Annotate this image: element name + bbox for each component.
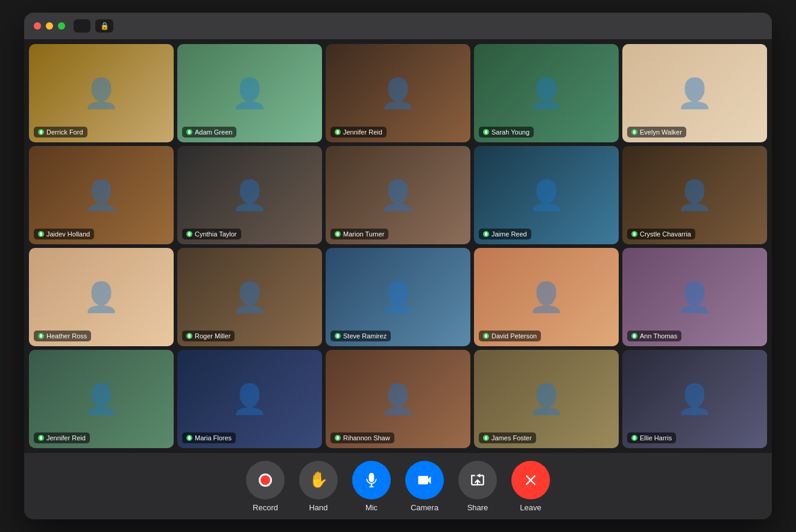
participant-cell[interactable]: Marion Turner [326,146,470,244]
meeting-window: 🔒 Derrick Ford Adam Green [24,13,772,519]
participant-name: Steve Ramirez [343,332,387,340]
participant-name: Jaidev Holland [46,230,90,238]
minimize-button[interactable] [46,22,53,30]
participant-cell[interactable]: Jennifer Reid [326,44,470,142]
share-button[interactable]: Share [458,461,497,512]
mic-indicator [186,231,192,237]
participant-name: James Foster [491,434,532,442]
participant-name-tag: Jennifer Reid [330,127,387,138]
close-button[interactable] [34,22,41,30]
hand-icon-bg: ✋ [299,461,338,499]
mic-icon [364,472,379,488]
camera-icon [416,472,433,489]
participant-name-tag: Evelyn Walker [627,127,686,138]
share-label: Share [467,503,488,512]
participant-cell[interactable]: Jaidev Holland [29,146,174,244]
participant-name-tag: Jennifer Reid [34,432,90,443]
camera-icon-bg [405,461,444,499]
participant-name-tag: Ellie Harris [627,432,676,443]
participant-cell[interactable]: Crystle Chavarria [622,146,767,244]
participant-name: Rihannon Shaw [343,434,390,442]
mic-button[interactable]: Mic [352,461,391,512]
grid-row-4: Jennifer Reid Maria Flores Rihannon Shaw [29,350,767,448]
mic-indicator [335,129,341,135]
participant-cell[interactable]: Derrick Ford [29,44,174,142]
participant-name: Jaime Reed [491,230,527,238]
record-icon-bg [246,461,285,499]
mic-indicator [186,435,192,441]
mic-indicator [335,231,341,237]
share-icon [470,472,485,488]
participant-name: Jennifer Reid [343,128,382,136]
record-icon [259,473,272,487]
participant-cell[interactable]: Maria Flores [177,350,322,448]
participant-cell[interactable]: Ann Thomas [622,248,767,346]
participant-name: Cynthia Taylor [195,230,237,238]
mic-indicator [335,333,341,339]
mic-label: Mic [365,503,377,512]
participant-cell[interactable]: James Foster [474,350,619,448]
participant-name-tag: Marion Turner [330,229,388,239]
participant-name-tag: Jaime Reed [479,229,531,239]
participant-name-tag: Sarah Young [479,127,534,138]
participant-name: Derrick Ford [46,128,83,136]
participant-name: Ellie Harris [640,434,672,442]
participant-cell[interactable]: Roger Miller [177,248,322,346]
participant-name-tag: David Peterson [479,331,541,341]
participant-name: David Peterson [491,332,537,340]
mic-indicator [631,129,637,135]
participant-name: Ann Thomas [640,332,677,340]
participant-cell[interactable]: Jennifer Reid [29,350,174,448]
participant-name-tag: Derrick Ford [34,127,87,138]
camera-button[interactable]: Camera [405,461,444,512]
mic-indicator [186,129,192,135]
record-label: Record [253,503,278,512]
lock-icon: 🔒 [95,19,113,33]
participant-cell[interactable]: David Peterson [474,248,619,346]
participant-name: Evelyn Walker [640,128,682,136]
mic-icon-bg [352,461,391,499]
video-grid: Derrick Ford Adam Green Jennifer Reid [24,39,772,453]
title-bar: 🔒 [24,13,772,39]
participant-name: Marion Turner [343,230,384,238]
participant-name-tag: Steve Ramirez [330,331,391,341]
participant-cell[interactable]: Heather Ross [29,248,174,346]
grid-row-2: Jaidev Holland Cynthia Taylor Marion Tur… [29,146,767,244]
participant-cell[interactable]: Steve Ramirez [326,248,470,346]
record-button[interactable]: Record [246,461,285,512]
mic-indicator [38,435,44,441]
participant-name: Crystle Chavarria [640,230,691,238]
participant-cell[interactable]: Evelyn Walker [622,44,767,142]
hand-button[interactable]: ✋ Hand [299,461,338,512]
mic-indicator [631,435,637,441]
participant-cell[interactable]: Cynthia Taylor [177,146,322,244]
participant-name-tag: Roger Miller [182,331,235,341]
leave-button[interactable]: Leave [511,461,550,512]
participant-name: Sarah Young [491,128,529,136]
mic-indicator [483,435,489,441]
mic-indicator [483,231,489,237]
participant-cell[interactable]: Ellie Harris [622,350,767,448]
participant-cell[interactable]: Jaime Reed [474,146,619,244]
participant-name-tag: Rihannon Shaw [330,432,394,443]
mic-indicator [483,129,489,135]
mic-indicator [186,333,192,339]
mic-indicator [38,231,44,237]
maximize-button[interactable] [58,22,65,30]
participant-name-tag: Heather Ross [34,331,91,341]
participant-name-tag: James Foster [479,432,536,443]
participant-name: Heather Ross [46,332,87,340]
participant-name: Adam Green [195,128,232,136]
participant-cell[interactable]: Rihannon Shaw [326,350,470,448]
participant-name-tag: Adam Green [182,127,236,138]
leave-icon-bg [511,461,550,499]
participant-name-tag: Crystle Chavarria [627,229,695,239]
mic-indicator [38,333,44,339]
toolbar: Record ✋ Hand Mic Camera [24,453,772,519]
participant-cell[interactable]: Adam Green [177,44,322,142]
participant-name: Jennifer Reid [46,434,86,442]
leave-label: Leave [520,503,541,512]
participant-cell[interactable]: Sarah Young [474,44,619,142]
mic-indicator [483,333,489,339]
participant-name-tag: Cynthia Taylor [182,229,241,239]
